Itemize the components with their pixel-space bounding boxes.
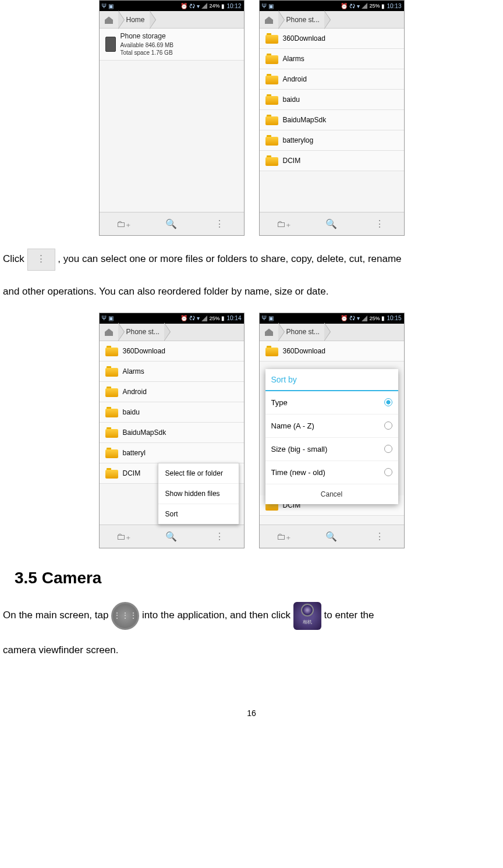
search-button[interactable]: 🔍 [314, 212, 349, 236]
sync-icon: 🗘 [349, 315, 355, 321]
breadcrumb-segment[interactable]: Phone st... [278, 323, 324, 341]
search-button[interactable]: 🔍 [154, 525, 189, 548]
time-text: 10:13 [387, 3, 401, 9]
screenshot-menu: Ψ ▣ ⏰ 🗘 ▾ 25% ▮ 10:14 Phone st... 360Dow… [99, 313, 245, 548]
camera-app-icon: 相机 [293, 602, 321, 630]
home-icon [104, 328, 114, 336]
alarm-icon: ⏰ [180, 315, 187, 321]
folder-icon [105, 427, 118, 438]
breadcrumb-segment[interactable]: Phone st... [118, 323, 164, 341]
alarm-icon: ⏰ [341, 315, 348, 321]
search-button[interactable]: 🔍 [154, 212, 189, 236]
dialog-cancel-button[interactable]: Cancel [265, 484, 398, 504]
sync-icon: 🗘 [189, 315, 195, 321]
time-text: 10:14 [226, 315, 241, 321]
folder-icon [105, 366, 118, 377]
menu-sort[interactable]: Sort [158, 504, 239, 524]
radio-icon [384, 421, 392, 430]
sort-option-size[interactable]: Size (big - small) [265, 438, 398, 461]
file-list: 360Download Alarms Android baidu BaiduMa… [260, 29, 404, 212]
folder-row[interactable]: baidu [260, 90, 404, 110]
camera-lens-icon [301, 604, 314, 617]
apps-drawer-icon: ⋮⋮⋮ [111, 602, 139, 630]
status-bar: Ψ ▣ ⏰ 🗘 ▾ 25% ▮ 10:15 [260, 313, 404, 324]
breadcrumb: Phone st... [100, 324, 244, 341]
sort-option-time[interactable]: Time (new - old) [265, 461, 398, 484]
menu-button[interactable]: ⋮ [202, 212, 237, 236]
home-icon [264, 16, 274, 24]
folder-icon [265, 155, 278, 166]
new-folder-button[interactable]: 🗀₊ [106, 525, 141, 548]
page-number: 16 [3, 708, 500, 718]
sync-icon: 🗘 [349, 3, 355, 9]
battery-text: 25% [369, 316, 380, 321]
folder-row[interactable]: Android [100, 382, 244, 402]
folder-row[interactable]: Android [260, 69, 404, 90]
usb-icon: Ψ [102, 315, 107, 321]
folder-row[interactable]: batteryl [100, 443, 244, 463]
folder-icon [105, 468, 118, 479]
new-folder-button[interactable]: 🗀₊ [266, 212, 301, 236]
battery-icon: ▮ [221, 315, 225, 321]
folder-icon [105, 387, 118, 397]
menu-select[interactable]: Select file or folder [158, 463, 239, 484]
paragraph-1: Click ⋮ , you can select one or more fil… [3, 247, 500, 271]
option-label: Size (big - small) [271, 445, 328, 454]
battery-text: 24% [209, 3, 219, 9]
folder-icon [265, 346, 278, 356]
status-bar: Ψ ▣ ⏰ 🗘 ▾ 24% ▮ 10:12 [100, 1, 244, 11]
folder-name: BaiduMapSdk [283, 116, 327, 124]
folder-name: BaiduMapSdk [123, 428, 167, 437]
breadcrumb: Home [100, 11, 244, 29]
folder-row[interactable]: Alarms [260, 49, 404, 69]
menu-button[interactable]: ⋮ [202, 525, 237, 548]
usb-icon: Ψ [262, 315, 267, 321]
text-span: to enter the [324, 610, 374, 621]
storage-info: Phone storage Available 846.69 MB Total … [121, 32, 174, 56]
menu-button[interactable]: ⋮ [362, 525, 397, 548]
breadcrumb-segment[interactable]: Phone st... [278, 11, 324, 29]
status-bar: Ψ ▣ ⏰ 🗘 ▾ 25% ▮ 10:13 [260, 1, 404, 11]
bottom-bar: 🗀₊ 🔍 ⋮ [260, 525, 404, 548]
menu-hidden[interactable]: Show hidden files [158, 484, 239, 504]
breadcrumb-label: Phone st... [126, 328, 160, 336]
folder-row[interactable]: 360Download [100, 341, 244, 362]
folder-row[interactable]: baidu [100, 402, 244, 423]
wifi-icon: ▾ [357, 315, 360, 321]
folder-row[interactable]: 360Download [260, 341, 404, 362]
bottom-bar: 🗀₊ 🔍 ⋮ [260, 212, 404, 235]
battery-icon: ▮ [381, 3, 385, 9]
breadcrumb-home[interactable] [100, 323, 118, 341]
storage-item[interactable]: Phone storage Available 846.69 MB Total … [100, 29, 244, 61]
home-icon [104, 16, 114, 24]
folder-row[interactable]: BaiduMapSdk [260, 110, 404, 130]
breadcrumb-home[interactable] [100, 11, 118, 29]
new-folder-button[interactable]: 🗀₊ [106, 212, 141, 236]
file-list: Phone storage Available 846.69 MB Total … [100, 29, 244, 212]
phone-storage-icon [105, 37, 116, 52]
folder-name: DCIM [283, 157, 301, 165]
folder-row[interactable]: DCIM [260, 151, 404, 171]
screenshot-sort-dialog: Ψ ▣ ⏰ 🗘 ▾ 25% ▮ 10:15 Phone st... 360Dow… [259, 313, 405, 548]
menu-button[interactable]: ⋮ [362, 212, 397, 236]
breadcrumb-home[interactable] [260, 323, 278, 341]
folder-row[interactable]: batterylog [260, 130, 404, 151]
new-folder-button[interactable]: 🗀₊ [266, 525, 301, 548]
option-label: Type [271, 398, 288, 407]
battery-icon: ▮ [381, 315, 385, 321]
breadcrumb-home[interactable] [260, 11, 278, 29]
wifi-icon: ▾ [197, 315, 200, 321]
search-button[interactable]: 🔍 [314, 525, 349, 548]
signal-icon [201, 3, 207, 9]
folder-name: Alarms [123, 367, 144, 375]
sort-option-type[interactable]: Type [265, 391, 398, 414]
folder-row[interactable]: BaiduMapSdk [100, 423, 244, 443]
folder-row[interactable]: Alarms [100, 362, 244, 382]
text-span: , you can select one or more files or fo… [58, 253, 401, 264]
breadcrumb-label: Phone st... [286, 16, 320, 24]
sort-option-name[interactable]: Name (A - Z) [265, 414, 398, 438]
alarm-icon: ⏰ [341, 3, 348, 9]
bottom-bar: 🗀₊ 🔍 ⋮ [100, 525, 244, 548]
folder-row[interactable]: 360Download [260, 29, 404, 49]
adb-icon: ▣ [268, 3, 274, 9]
